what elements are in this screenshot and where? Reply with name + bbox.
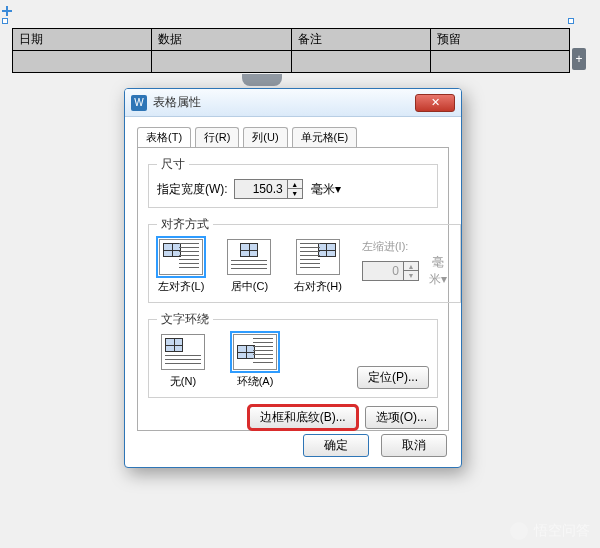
cancel-button[interactable]: 取消 [381, 434, 447, 457]
table-cell[interactable] [13, 51, 152, 73]
tab-column[interactable]: 列(U) [243, 127, 287, 147]
table-header-cell[interactable]: 数据 [152, 29, 291, 51]
align-legend: 对齐方式 [157, 216, 213, 233]
table-move-handle[interactable] [2, 6, 12, 16]
watermark-icon [510, 522, 528, 540]
size-fieldset: 尺寸 指定宽度(W): ▲▼ 毫米▾ [148, 156, 438, 208]
spin-up-icon: ▲ [404, 262, 418, 271]
borders-shading-button[interactable]: 边框和底纹(B)... [249, 406, 357, 429]
table-header-cell[interactable]: 备注 [291, 29, 430, 51]
table-row [13, 51, 570, 73]
indent-input [363, 262, 403, 280]
align-left-label: 左对齐(L) [158, 279, 204, 294]
width-input[interactable] [235, 180, 287, 198]
tab-cell[interactable]: 单元格(E) [292, 127, 358, 147]
dialog-title: 表格属性 [153, 94, 415, 111]
wrap-fieldset: 文字环绕 无(N) 环绕(A) 定位(P)... [148, 311, 438, 398]
tab-row[interactable]: 行(R) [195, 127, 239, 147]
close-button[interactable]: ✕ [415, 94, 455, 112]
indent-label: 左缩进(I): [362, 239, 452, 254]
spin-up-icon[interactable]: ▲ [288, 180, 302, 189]
table-cell[interactable] [291, 51, 430, 73]
app-icon: W [131, 95, 147, 111]
wrap-none-label: 无(N) [170, 374, 196, 389]
width-label: 指定宽度(W): [157, 181, 228, 198]
selection-handle-tl[interactable] [2, 18, 8, 24]
align-center-label: 居中(C) [231, 279, 268, 294]
table-header-cell[interactable]: 预留 [430, 29, 569, 51]
indent-unit-dropdown: 毫米▾ [425, 254, 452, 288]
align-fieldset: 对齐方式 左对齐(L) 居中(C) 右对齐(H) 左缩进(I): [148, 216, 461, 303]
align-left-option[interactable]: 左对齐(L) [157, 239, 205, 294]
position-button[interactable]: 定位(P)... [357, 366, 429, 389]
table-cell[interactable] [152, 51, 291, 73]
dialog-titlebar[interactable]: W 表格属性 ✕ [125, 89, 461, 117]
selection-handle-tr[interactable] [568, 18, 574, 24]
wrap-around-option[interactable]: 环绕(A) [229, 334, 281, 389]
watermark: 悟空问答 [510, 522, 590, 540]
table-properties-dialog: W 表格属性 ✕ 表格(T) 行(R) 列(U) 单元格(E) 尺寸 指定宽度(… [124, 88, 462, 468]
tab-panel: 尺寸 指定宽度(W): ▲▼ 毫米▾ 对齐方式 左对齐(L) 居中(C) [137, 147, 449, 431]
wrap-legend: 文字环绕 [157, 311, 213, 328]
watermark-text: 悟空问答 [534, 522, 590, 540]
tab-strip: 表格(T) 行(R) 列(U) 单元格(E) [125, 117, 461, 147]
spin-down-icon: ▼ [404, 271, 418, 280]
size-legend: 尺寸 [157, 156, 189, 173]
ok-button[interactable]: 确定 [303, 434, 369, 457]
wrap-around-label: 环绕(A) [237, 374, 274, 389]
table-bottom-handle[interactable] [242, 74, 282, 86]
table-row: 日期 数据 备注 预留 [13, 29, 570, 51]
indent-spinner: ▲▼ [362, 261, 419, 281]
spin-down-icon[interactable]: ▼ [288, 189, 302, 198]
wrap-none-option[interactable]: 无(N) [157, 334, 209, 389]
width-spinner[interactable]: ▲▼ [234, 179, 303, 199]
document-table[interactable]: 日期 数据 备注 预留 [12, 28, 570, 73]
table-header-cell[interactable]: 日期 [13, 29, 152, 51]
add-column-button[interactable]: + [572, 48, 586, 70]
align-right-option[interactable]: 右对齐(H) [294, 239, 342, 294]
width-unit-dropdown[interactable]: 毫米▾ [309, 181, 343, 198]
align-center-option[interactable]: 居中(C) [225, 239, 273, 294]
table-cell[interactable] [430, 51, 569, 73]
indent-group: 左缩进(I): ▲▼ 毫米▾ [362, 239, 452, 288]
align-right-label: 右对齐(H) [294, 279, 342, 294]
tab-table[interactable]: 表格(T) [137, 127, 191, 147]
options-button[interactable]: 选项(O)... [365, 406, 438, 429]
